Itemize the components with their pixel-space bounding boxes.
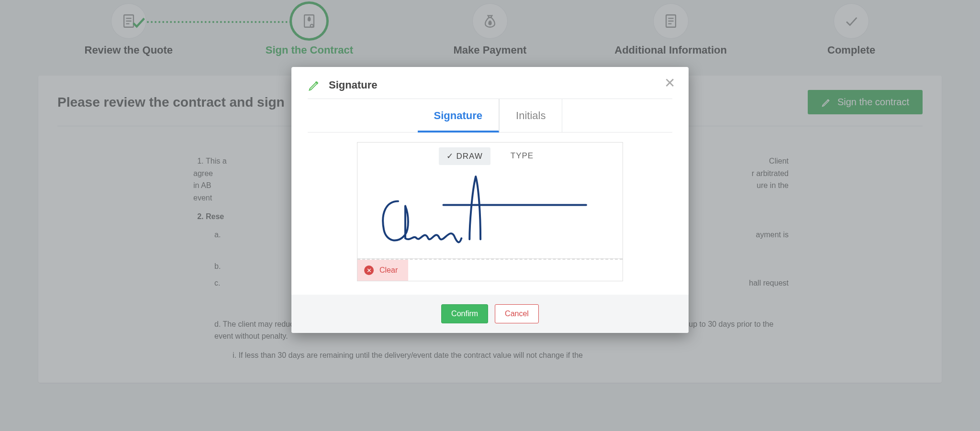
mode-type-button[interactable]: TYPE: [503, 147, 541, 165]
tab-signature[interactable]: Signature: [418, 99, 499, 133]
signature-modal: ✕ Signature Signature Initials ✓ DRAW TY…: [291, 67, 689, 333]
confirm-button[interactable]: Confirm: [441, 304, 488, 323]
modal-overlay[interactable]: ✕ Signature Signature Initials ✓ DRAW TY…: [0, 0, 980, 431]
pen-icon: [308, 78, 321, 92]
close-icon[interactable]: ✕: [663, 77, 676, 90]
clear-signature-button[interactable]: ✕ Clear: [357, 260, 408, 281]
modal-tabs: Signature Initials: [308, 99, 672, 133]
clear-label: Clear: [379, 266, 398, 275]
input-mode-toggle: ✓ DRAW TYPE: [357, 143, 623, 168]
signature-canvas[interactable]: [357, 168, 623, 259]
tab-initials[interactable]: Initials: [499, 99, 562, 132]
pad-footer: ✕ Clear: [357, 259, 623, 281]
mode-draw-button[interactable]: ✓ DRAW: [439, 147, 490, 165]
signature-drawing: [357, 168, 623, 258]
modal-title: Signature: [329, 79, 377, 91]
modal-header: Signature: [291, 67, 689, 99]
close-circle-icon: ✕: [364, 265, 374, 275]
signature-pad: ✓ DRAW TYPE ✕ Clear: [357, 142, 623, 281]
modal-actions: Confirm Cancel: [291, 295, 689, 333]
cancel-button[interactable]: Cancel: [495, 304, 539, 323]
